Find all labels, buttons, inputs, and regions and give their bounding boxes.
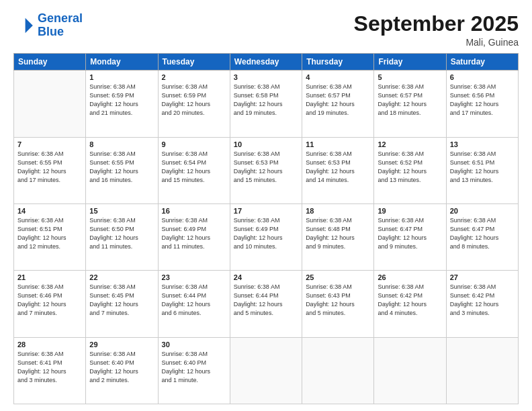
- day-info: Sunrise: 6:38 AM Sunset: 6:57 PM Dayligh…: [378, 83, 442, 118]
- calendar: SundayMondayTuesdayWednesdayThursdayFrid…: [13, 53, 519, 404]
- day-info: Sunrise: 6:38 AM Sunset: 6:59 PM Dayligh…: [89, 83, 154, 118]
- day-info: Sunrise: 6:38 AM Sunset: 6:50 PM Dayligh…: [89, 216, 154, 251]
- weekday-header: Sunday: [14, 54, 86, 71]
- day-info: Sunrise: 6:38 AM Sunset: 6:55 PM Dayligh…: [17, 150, 82, 185]
- day-number: 10: [234, 140, 298, 148]
- calendar-cell: 23Sunrise: 6:38 AM Sunset: 6:44 PM Dayli…: [158, 271, 230, 337]
- day-info: Sunrise: 6:38 AM Sunset: 6:45 PM Dayligh…: [89, 283, 154, 318]
- day-info: Sunrise: 6:38 AM Sunset: 6:40 PM Dayligh…: [162, 350, 226, 385]
- calendar-cell: 7Sunrise: 6:38 AM Sunset: 6:55 PM Daylig…: [14, 137, 86, 203]
- subtitle: Mali, Guinea: [354, 37, 519, 48]
- calendar-header: SundayMondayTuesdayWednesdayThursdayFrid…: [14, 54, 519, 71]
- day-number: 7: [17, 140, 82, 148]
- header: General Blue September 2025 Mali, Guinea: [13, 12, 519, 48]
- calendar-cell: [302, 337, 374, 404]
- day-info: Sunrise: 6:38 AM Sunset: 6:55 PM Dayligh…: [89, 150, 154, 185]
- weekday-header: Tuesday: [158, 54, 230, 71]
- page: General Blue September 2025 Mali, Guinea…: [0, 0, 532, 411]
- day-info: Sunrise: 6:38 AM Sunset: 6:51 PM Dayligh…: [450, 150, 515, 185]
- day-info: Sunrise: 6:38 AM Sunset: 6:58 PM Dayligh…: [234, 83, 298, 118]
- day-info: Sunrise: 6:38 AM Sunset: 6:53 PM Dayligh…: [234, 150, 298, 185]
- day-number: 23: [162, 273, 226, 281]
- day-number: 19: [378, 207, 442, 215]
- calendar-cell: [230, 337, 302, 404]
- week-row: 28Sunrise: 6:38 AM Sunset: 6:41 PM Dayli…: [14, 337, 519, 404]
- calendar-cell: 19Sunrise: 6:38 AM Sunset: 6:47 PM Dayli…: [374, 203, 446, 270]
- calendar-cell: 5Sunrise: 6:38 AM Sunset: 6:57 PM Daylig…: [374, 71, 446, 137]
- calendar-cell: 11Sunrise: 6:38 AM Sunset: 6:53 PM Dayli…: [302, 137, 374, 203]
- calendar-cell: 12Sunrise: 6:38 AM Sunset: 6:52 PM Dayli…: [374, 137, 446, 203]
- calendar-cell: 16Sunrise: 6:38 AM Sunset: 6:49 PM Dayli…: [158, 203, 230, 270]
- day-number: 26: [378, 273, 442, 281]
- day-number: 2: [162, 73, 226, 81]
- day-number: 4: [306, 73, 370, 81]
- weekday-header: Thursday: [302, 54, 374, 71]
- svg-marker-0: [26, 18, 33, 33]
- day-number: 15: [89, 207, 154, 215]
- calendar-cell: 27Sunrise: 6:38 AM Sunset: 6:42 PM Dayli…: [446, 271, 518, 337]
- day-number: 29: [89, 340, 154, 349]
- day-info: Sunrise: 6:38 AM Sunset: 6:54 PM Dayligh…: [162, 150, 226, 185]
- day-info: Sunrise: 6:38 AM Sunset: 6:46 PM Dayligh…: [17, 283, 82, 318]
- day-number: 27: [450, 273, 515, 281]
- day-info: Sunrise: 6:38 AM Sunset: 6:52 PM Dayligh…: [378, 150, 442, 185]
- calendar-cell: 25Sunrise: 6:38 AM Sunset: 6:43 PM Dayli…: [302, 271, 374, 337]
- calendar-cell: [446, 337, 518, 404]
- day-info: Sunrise: 6:38 AM Sunset: 6:47 PM Dayligh…: [378, 216, 442, 251]
- weekday-row: SundayMondayTuesdayWednesdayThursdayFrid…: [14, 54, 519, 71]
- calendar-cell: [14, 71, 86, 137]
- week-row: 7Sunrise: 6:38 AM Sunset: 6:55 PM Daylig…: [14, 137, 519, 203]
- logo-icon: [13, 15, 35, 36]
- calendar-cell: 4Sunrise: 6:38 AM Sunset: 6:57 PM Daylig…: [302, 71, 374, 137]
- day-info: Sunrise: 6:38 AM Sunset: 6:42 PM Dayligh…: [450, 283, 515, 318]
- calendar-cell: 6Sunrise: 6:38 AM Sunset: 6:56 PM Daylig…: [446, 71, 518, 137]
- day-number: 22: [89, 273, 154, 281]
- day-info: Sunrise: 6:38 AM Sunset: 6:40 PM Dayligh…: [89, 350, 154, 385]
- calendar-cell: [374, 337, 446, 404]
- day-info: Sunrise: 6:38 AM Sunset: 6:57 PM Dayligh…: [306, 83, 370, 118]
- calendar-cell: 9Sunrise: 6:38 AM Sunset: 6:54 PM Daylig…: [158, 137, 230, 203]
- week-row: 1Sunrise: 6:38 AM Sunset: 6:59 PM Daylig…: [14, 71, 519, 137]
- calendar-cell: 14Sunrise: 6:38 AM Sunset: 6:51 PM Dayli…: [14, 203, 86, 270]
- day-info: Sunrise: 6:38 AM Sunset: 6:59 PM Dayligh…: [162, 83, 226, 118]
- week-row: 21Sunrise: 6:38 AM Sunset: 6:46 PM Dayli…: [14, 271, 519, 337]
- logo: General Blue: [13, 12, 83, 39]
- calendar-cell: 2Sunrise: 6:38 AM Sunset: 6:59 PM Daylig…: [158, 71, 230, 137]
- day-number: 1: [89, 73, 154, 81]
- day-number: 21: [17, 273, 82, 281]
- svg-marker-1: [28, 18, 32, 22]
- day-number: 12: [378, 140, 442, 148]
- day-number: 25: [306, 273, 370, 281]
- calendar-cell: 20Sunrise: 6:38 AM Sunset: 6:47 PM Dayli…: [446, 203, 518, 270]
- weekday-header: Friday: [374, 54, 446, 71]
- calendar-body: 1Sunrise: 6:38 AM Sunset: 6:59 PM Daylig…: [14, 71, 519, 404]
- day-info: Sunrise: 6:38 AM Sunset: 6:43 PM Dayligh…: [306, 283, 370, 318]
- calendar-cell: 24Sunrise: 6:38 AM Sunset: 6:44 PM Dayli…: [230, 271, 302, 337]
- weekday-header: Saturday: [446, 54, 518, 71]
- day-number: 6: [450, 73, 515, 81]
- day-info: Sunrise: 6:38 AM Sunset: 6:44 PM Dayligh…: [234, 283, 298, 318]
- calendar-cell: 26Sunrise: 6:38 AM Sunset: 6:42 PM Dayli…: [374, 271, 446, 337]
- calendar-cell: 8Sunrise: 6:38 AM Sunset: 6:55 PM Daylig…: [86, 137, 158, 203]
- day-number: 5: [378, 73, 442, 81]
- day-number: 3: [234, 73, 298, 81]
- day-number: 16: [162, 207, 226, 215]
- weekday-header: Monday: [86, 54, 158, 71]
- day-number: 24: [234, 273, 298, 281]
- calendar-cell: 22Sunrise: 6:38 AM Sunset: 6:45 PM Dayli…: [86, 271, 158, 337]
- day-info: Sunrise: 6:38 AM Sunset: 6:44 PM Dayligh…: [162, 283, 226, 318]
- calendar-cell: 13Sunrise: 6:38 AM Sunset: 6:51 PM Dayli…: [446, 137, 518, 203]
- calendar-cell: 21Sunrise: 6:38 AM Sunset: 6:46 PM Dayli…: [14, 271, 86, 337]
- day-info: Sunrise: 6:38 AM Sunset: 6:48 PM Dayligh…: [306, 216, 370, 251]
- calendar-cell: 29Sunrise: 6:38 AM Sunset: 6:40 PM Dayli…: [86, 337, 158, 404]
- day-info: Sunrise: 6:38 AM Sunset: 6:42 PM Dayligh…: [378, 283, 442, 318]
- day-number: 8: [89, 140, 154, 148]
- day-number: 18: [306, 207, 370, 215]
- calendar-cell: 3Sunrise: 6:38 AM Sunset: 6:58 PM Daylig…: [230, 71, 302, 137]
- calendar-cell: 1Sunrise: 6:38 AM Sunset: 6:59 PM Daylig…: [86, 71, 158, 137]
- day-number: 13: [450, 140, 515, 148]
- title-area: September 2025 Mali, Guinea: [354, 12, 519, 48]
- day-number: 14: [17, 207, 82, 215]
- day-info: Sunrise: 6:38 AM Sunset: 6:56 PM Dayligh…: [450, 83, 515, 118]
- calendar-cell: 15Sunrise: 6:38 AM Sunset: 6:50 PM Dayli…: [86, 203, 158, 270]
